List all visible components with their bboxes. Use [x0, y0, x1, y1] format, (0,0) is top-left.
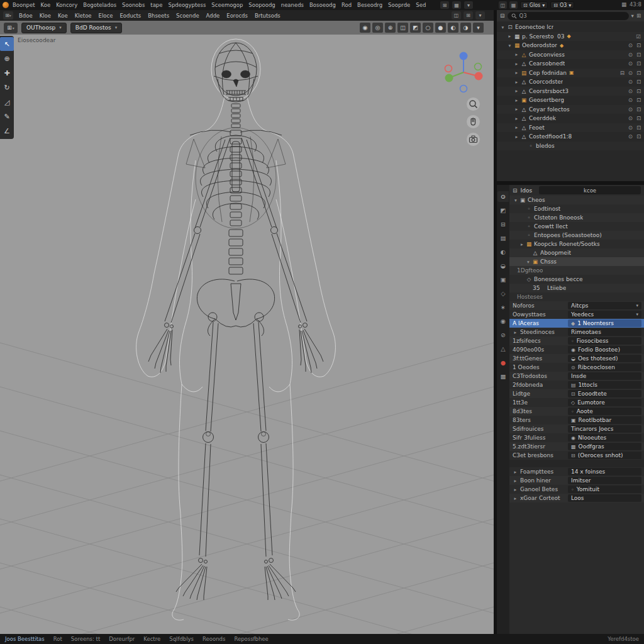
property-value-field[interactable]: Insde [568, 372, 641, 380]
pan-button[interactable] [467, 115, 480, 128]
topbar-menu-sed[interactable]: Sed [416, 2, 426, 8]
expander-icon[interactable]: ▾ [499, 25, 506, 30]
editor-menu-bdoe[interactable]: Bdoe [19, 13, 33, 19]
property-value-field[interactable]: ▤1ttocls [568, 381, 641, 389]
property-value-field[interactable]: Loos [568, 494, 641, 502]
property-tree-row-bonesoses-becce[interactable]: ◇Bonesoses becce [509, 275, 644, 284]
shading-wireframe-icon[interactable]: ○ [423, 23, 433, 33]
expander-icon[interactable]: ▸ [513, 496, 518, 501]
property-tree-row-cheos[interactable]: ▾▣Cheos [509, 196, 644, 204]
property-value-field[interactable]: ◉Nlooeutes [568, 434, 641, 441]
tab-view-layer[interactable]: ▤ [497, 233, 509, 243]
axis-neg-y-ball[interactable] [475, 64, 482, 70]
property-row-lidtge[interactable]: Lidtge⊡Eooodtete [509, 389, 644, 398]
hide-in-viewport-icon[interactable]: ⊙ [628, 125, 633, 131]
expander-icon[interactable]: ▸ [513, 330, 518, 335]
disable-in-render-icon[interactable]: ⊡ [636, 115, 641, 121]
editor-menu-kletoe[interactable]: Kletoe [75, 13, 92, 19]
tab-object[interactable]: ▣ [497, 274, 509, 285]
new-collection-icon[interactable]: ⊞ [636, 13, 641, 19]
zoom-button[interactable] [467, 97, 480, 111]
expander-icon[interactable]: ▸ [506, 33, 513, 39]
axis-neg-z-ball[interactable] [460, 86, 467, 92]
filter-dropdown-icon[interactable]: ▾ [631, 13, 634, 19]
measure-tool[interactable]: ∠ [0, 124, 14, 138]
hide-in-screens-icon[interactable]: ⊟ [620, 70, 625, 76]
hide-in-viewport-icon[interactable]: ⊙ [628, 88, 633, 94]
overlays-toggle-icon[interactable]: ◫ [397, 23, 408, 33]
disable-in-render-icon[interactable]: ⊡ [636, 97, 641, 103]
property-row-sdifrouices[interactable]: SdifrouicesTincarors Joecs [509, 425, 644, 433]
axis-neg-x-ball[interactable] [445, 65, 452, 72]
expander-icon[interactable]: ▸ [513, 469, 518, 475]
property-value-field[interactable]: Yeedecs▾ [568, 311, 641, 318]
proportional-edit-icon[interactable]: ◎ [372, 23, 383, 33]
expander-icon[interactable]: ▸ [513, 61, 520, 67]
property-value-field[interactable]: ▩Oodfgras [568, 443, 641, 450]
tab-constraints[interactable]: ⊘ [497, 330, 509, 340]
editor-menu-brtutsods[interactable]: Brtutsods [255, 13, 280, 19]
hide-in-viewport-icon[interactable]: ⊙ [628, 79, 633, 85]
property-value-field[interactable]: ◉Fodio Boostee) [568, 346, 641, 353]
outliner-item-coorcodster[interactable]: ▸△Coorcodster⊙⊡ [497, 77, 644, 87]
disable-in-render-icon[interactable]: ⊡ [636, 133, 641, 140]
outliner-item-bledos[interactable]: ◦bledos [497, 142, 644, 151]
scale-tool[interactable]: ◿ [0, 95, 14, 109]
outliner-item-oedorodstor[interactable]: ▾▦Oedorodstor◆⊙⊡ [497, 41, 644, 50]
property-row-2fdobneda[interactable]: 2fdobneda▤1ttocls [509, 380, 644, 389]
navigation-gizmo[interactable] [438, 47, 485, 94]
disable-in-render-icon[interactable]: ⊡ [636, 88, 641, 94]
tab-output[interactable]: ⊟ [497, 219, 509, 230]
property-row-5-zdt3tiersr[interactable]: 5.zdt3tiersr▩Oodfgras [509, 442, 644, 451]
tab-render[interactable]: ◩ [497, 205, 509, 216]
property-tree-row-chsss[interactable]: ▾▣Chsss [509, 257, 644, 266]
expander-icon[interactable]: ▾ [506, 43, 513, 48]
gizmos-toggle-icon[interactable]: ⊕ [385, 23, 396, 33]
shading-solid-icon[interactable]: ● [435, 23, 446, 33]
tab-texture[interactable]: ▩ [497, 371, 509, 382]
exclude-checkbox-icon[interactable]: ☑ [636, 33, 641, 40]
shading-rendered-icon[interactable]: ◑ [460, 23, 471, 33]
topbar-menu-neaneds[interactable]: neaneds [281, 2, 304, 8]
mode-dropdown[interactable]: OUThoosp ▾ [21, 23, 67, 33]
property-row-1zfsifeecs[interactable]: 1zfsifeecs◦Fiosocibess [509, 336, 644, 345]
property-value-field[interactable]: ◇Eumotore [568, 399, 641, 406]
property-value-field[interactable]: 14 x foinses [568, 468, 641, 475]
tab-modifiers[interactable]: ◇ [497, 288, 509, 299]
disable-in-render-icon[interactable]: ⊡ [636, 79, 641, 85]
property-row-83ters[interactable]: 83ters▣Reotlbotbar [509, 416, 644, 425]
disable-in-render-icon[interactable]: ⊡ [636, 52, 641, 58]
hide-in-viewport-icon[interactable]: ⊙ [628, 42, 633, 48]
expander-icon[interactable]: ▾ [513, 197, 519, 203]
expander-icon[interactable]: ▸ [513, 125, 520, 130]
editor-menu-eloce[interactable]: Eloce [99, 13, 113, 19]
property-row-xgoar-corteot[interactable]: ▸xGoar CorteotLoos [509, 494, 644, 502]
property-tree-row-eodtinost[interactable]: ◦Eodtinost [509, 204, 644, 213]
property-row-8d3tes[interactable]: 8d3tes◦Aoote [509, 407, 644, 416]
viewport-3d[interactable]: Eiosecoodear ↖⊕✚↻◿✎∠ [0, 35, 494, 634]
property-tree-row-clsteton-bnoeosk[interactable]: ◦Clsteton Bnoeosk [509, 213, 644, 222]
tab-physics[interactable]: ◉ [497, 316, 509, 326]
outliner-item-p-sceresto-03[interactable]: ▸▦p. Sceresto 03◆☑ [497, 32, 644, 42]
disable-in-render-icon[interactable]: ⊡ [636, 60, 641, 67]
disable-in-render-icon[interactable]: ⊡ [636, 42, 641, 48]
property-value-field[interactable]: ◆1 Neorntesrs [568, 319, 641, 327]
topbar-menu-soopoodg[interactable]: Soopoodg [248, 2, 275, 8]
topbar-menu-tape[interactable]: tape [150, 2, 162, 8]
axis-x-ball[interactable] [475, 72, 483, 80]
area-menu-chevron-icon[interactable]: ▾ [475, 11, 485, 19]
workspace-layout-icon[interactable]: ▦ [452, 1, 461, 9]
expander-icon[interactable]: ▾ [525, 259, 531, 265]
topbar-menu-sooprde[interactable]: Sooprde [388, 2, 410, 8]
property-value-field[interactable]: Aitcps▾ [568, 302, 641, 309]
outliner-item-feoet[interactable]: ▸△Feoet⊙⊡ [497, 123, 644, 133]
workspace-add-icon[interactable]: ⊞ [440, 1, 449, 9]
editor-menu-adde[interactable]: Adde [206, 13, 220, 19]
viewport-editor-type-button[interactable]: ⊞ ▾ [4, 23, 18, 33]
outliner-search-input[interactable]: Q3 [508, 12, 629, 20]
view-layer-selector[interactable]: ⊟ O3 ▾ [550, 1, 574, 9]
hide-in-viewport-icon[interactable]: ⊙ [628, 70, 633, 76]
property-value-field[interactable]: Imitser [568, 477, 641, 484]
outliner-item-cearsobnedt[interactable]: ▸△Cearsobnedt⊙⊡ [497, 59, 644, 69]
property-row-boon-hiner[interactable]: ▸Boon hinerImitser [509, 476, 644, 485]
